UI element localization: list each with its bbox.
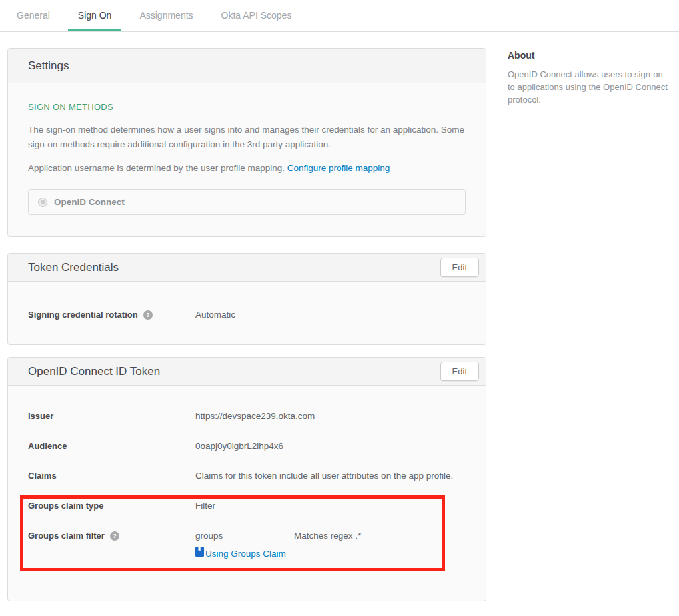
audience-label: Audience — [28, 440, 195, 453]
openid-connect-radio[interactable] — [38, 198, 47, 207]
main-column: Settings SIGN ON METHODS The sign-on met… — [7, 32, 486, 601]
groups-claim-type-label: Groups claim type — [28, 499, 195, 513]
groups-claim-filter-name: groups — [195, 529, 294, 543]
signing-credential-rotation-value: Automatic — [195, 308, 235, 322]
token-credentials-header: Token Credentials Edit — [8, 254, 486, 282]
groups-claim-filter-row: Groups claim filter ? groups Matches reg… — [28, 529, 466, 561]
radio-dot — [41, 200, 45, 204]
using-groups-claim-link[interactable]: Using Groups Claim — [195, 547, 286, 561]
signing-credential-rotation-label: Signing credential rotation ? — [28, 308, 195, 322]
audience-value: 0oapj0y0igbrL2lhp4x6 — [195, 440, 283, 453]
settings-panel: Settings SIGN ON METHODS The sign-on met… — [7, 48, 486, 237]
about-sidebar: About OpenID Connect allows users to sig… — [508, 32, 668, 107]
claims-value: Claims for this token include all user a… — [195, 469, 453, 483]
settings-panel-title: Settings — [28, 59, 69, 73]
token-credentials-title: Token Credentials — [28, 260, 119, 274]
id-token-header: OpenID Connect ID Token Edit — [8, 358, 486, 386]
app-sign-on-page: General Sign On Assignments Okta API Sco… — [0, 0, 679, 616]
sign-on-methods-heading: SIGN ON METHODS — [28, 102, 466, 112]
signing-credential-rotation-row: Signing credential rotation ? Automatic — [28, 308, 466, 322]
id-token-title: OpenID Connect ID Token — [28, 364, 160, 378]
sign-on-method-option[interactable]: OpenID Connect — [28, 189, 466, 215]
tab-general[interactable]: General — [7, 0, 60, 31]
id-token-panel: OpenID Connect ID Token Edit Issuer http… — [7, 357, 486, 601]
groups-claim-filter-match: Matches regex .* — [294, 529, 361, 543]
about-title: About — [508, 50, 668, 61]
issuer-label: Issuer — [28, 410, 195, 423]
issuer-row: Issuer https://devspace239.okta.com — [28, 410, 466, 423]
claims-row: Claims Claims for this token include all… — [28, 469, 466, 483]
tab-okta-api-scopes[interactable]: Okta API Scopes — [211, 0, 302, 31]
tab-assignments[interactable]: Assignments — [129, 0, 203, 31]
help-icon[interactable]: ? — [110, 531, 119, 541]
openid-connect-radio-label: OpenID Connect — [54, 197, 125, 207]
about-description: OpenID Connect allows users to sign-on t… — [508, 69, 668, 107]
settings-panel-header: Settings — [8, 49, 486, 83]
groups-claim-type-row: Groups claim type Filter — [28, 499, 466, 513]
groups-claim-filter-label: Groups claim filter ? — [28, 529, 195, 543]
audience-row: Audience 0oapj0y0igbrL2lhp4x6 — [28, 440, 466, 453]
username-mapping-text: Application username is determined by th… — [28, 161, 466, 176]
id-token-edit-button[interactable]: Edit — [440, 362, 479, 381]
claims-label: Claims — [28, 469, 195, 483]
groups-claim-type-value: Filter — [195, 499, 215, 513]
help-icon[interactable]: ? — [143, 310, 153, 320]
token-credentials-panel: Token Credentials Edit Signing credentia… — [7, 253, 486, 345]
configure-profile-mapping-link[interactable]: Configure profile mapping — [287, 163, 390, 173]
token-credentials-edit-button[interactable]: Edit — [440, 258, 479, 277]
sign-on-method-description: The sign-on method determines how a user… — [28, 123, 466, 152]
issuer-value: https://devspace239.okta.com — [195, 410, 315, 423]
book-icon — [195, 547, 204, 561]
tab-bar: General Sign On Assignments Okta API Sco… — [0, 0, 679, 32]
tab-sign-on[interactable]: Sign On — [68, 0, 122, 31]
